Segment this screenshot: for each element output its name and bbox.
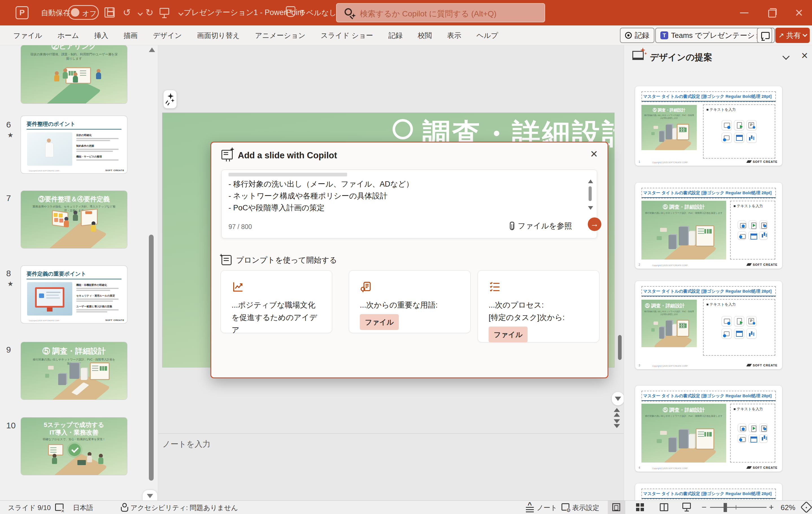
language-indicator[interactable]: 日本語: [73, 503, 93, 512]
zoom-slider-thumb[interactable]: [724, 503, 727, 512]
tab-help[interactable]: ヘルプ: [469, 31, 506, 40]
textarea-scroll-up-icon[interactable]: [588, 180, 593, 183]
tab-view[interactable]: 表示: [439, 31, 469, 40]
dialog-close-icon[interactable]: ×: [587, 147, 601, 161]
slide-thumbnail-8[interactable]: 要件定義の重要ポイント 機能・非機能要件の明確化 セキュリティ・運用ルールの策定…: [21, 266, 127, 323]
notes-toggle[interactable]: ノート: [536, 503, 557, 512]
previous-slide-icon[interactable]: [614, 408, 620, 412]
insert-smartart-icon[interactable]: [734, 316, 744, 326]
tab-transitions[interactable]: 画面切り替え: [190, 31, 248, 40]
insert-chart-icon[interactable]: [759, 434, 768, 443]
insert-picture-icon[interactable]: [738, 220, 746, 229]
insert-stock-icon[interactable]: [759, 424, 768, 432]
start-presentation-icon[interactable]: [160, 8, 169, 15]
restore-button[interactable]: [766, 7, 778, 19]
tab-review[interactable]: 校閲: [410, 31, 439, 40]
search-input[interactable]: 検索するか Copilot に質問する (Alt+Q): [336, 3, 545, 22]
tab-record[interactable]: 記録: [381, 31, 410, 40]
textarea-scrollbar[interactable]: [588, 186, 592, 201]
tab-design[interactable]: デザイン: [145, 31, 190, 40]
notes-input[interactable]: ノートを入力: [163, 439, 210, 450]
slideshow-button[interactable]: [678, 501, 695, 514]
insert-table-icon[interactable]: [749, 434, 757, 443]
slide-thumbnail-6[interactable]: 要件整理のポイント 目的の明確化 制約条件の把握 機能・サービスの整理 Copy…: [21, 116, 127, 173]
prompt-card-process[interactable]: ...次のプロセス: [特定のタスク]次から: ファイル: [477, 270, 599, 342]
thumbnails-scroll-down-icon[interactable]: [143, 490, 157, 501]
insert-smartart-icon[interactable]: [749, 220, 757, 229]
insert-picture-icon[interactable]: [722, 316, 732, 326]
design-suggestion-card[interactable]: マスター タイトルの書式設定 [游ゴシック Regular Bold処理 28p…: [635, 183, 782, 269]
slide-thumbnail-10[interactable]: 5ステップで成功する IT導入・業務改善 明確なプロセスで、安心・効果的な変革を…: [21, 417, 127, 475]
design-suggestion-card[interactable]: マスター タイトルの書式設定 [游ゴシック Regular Bold処理 28p…: [635, 281, 782, 369]
insert-chart-icon[interactable]: [747, 328, 757, 339]
insert-smartart-icon[interactable]: [749, 424, 757, 432]
design-suggestion-card[interactable]: マスター タイトルの書式設定 [游ゴシック Regular Bold処理 28p…: [635, 484, 782, 501]
insert-video-icon[interactable]: [738, 231, 746, 240]
tab-slideshow[interactable]: スライド ショー: [313, 31, 381, 40]
insert-video-icon[interactable]: [722, 328, 732, 339]
prompt-card-key-terms[interactable]: ...次からの重要な用語: ファイル: [349, 270, 470, 333]
zoom-in-button[interactable]: +: [769, 503, 774, 512]
save-icon[interactable]: [105, 7, 115, 18]
record-button[interactable]: 記録: [620, 28, 655, 43]
comments-button[interactable]: [757, 28, 772, 43]
design-suggestion-card[interactable]: マスター タイトルの書式設定 [游ゴシック Regular Bold処理 28p…: [635, 86, 782, 166]
panel-chevron-down-icon[interactable]: [782, 53, 789, 60]
editor-scroll-down-icon[interactable]: [612, 392, 624, 405]
insert-smartart-icon[interactable]: [734, 120, 744, 130]
spellcheck-icon[interactable]: [55, 504, 63, 511]
insert-stock-icon[interactable]: [747, 120, 757, 130]
slide-sorter-button[interactable]: [632, 501, 649, 514]
prompt-card-culture-ideas[interactable]: ...ポジティブな職場文化を促進するためのアイデア: [221, 270, 332, 333]
zoom-level[interactable]: 62%: [781, 503, 795, 512]
slide-indicator[interactable]: スライド 9/10: [8, 503, 51, 512]
insert-stock-icon[interactable]: [747, 316, 757, 326]
redo-icon[interactable]: ↻: [145, 7, 154, 18]
fit-slide-to-window-icon[interactable]: [801, 501, 812, 513]
slide-thumbnail-9[interactable]: ⑤ 調査・詳細設計 移行対象の洗い出しやネットワーク設計、PoC・段階導入計画を…: [21, 342, 127, 400]
share-button[interactable]: ↗ 共有: [775, 28, 810, 43]
tab-draw[interactable]: 描画: [116, 31, 145, 40]
insert-stock-icon[interactable]: [759, 220, 768, 229]
reading-view-button[interactable]: [655, 501, 673, 514]
panel-close-icon[interactable]: ×: [801, 49, 808, 62]
insert-chart-icon[interactable]: [759, 231, 768, 240]
design-suggestion-card[interactable]: マスター タイトルの書式設定 [游ゴシック Regular Bold処理 28p…: [635, 386, 782, 471]
tab-insert[interactable]: 挿入: [87, 31, 116, 40]
minimize-button[interactable]: [738, 7, 750, 19]
insert-video-icon[interactable]: [722, 133, 732, 143]
autosave-toggle[interactable]: オフ: [68, 5, 99, 20]
zoom-slider-track[interactable]: [710, 507, 766, 508]
insert-table-icon[interactable]: [734, 328, 744, 339]
insert-picture-icon[interactable]: [738, 424, 746, 432]
next-slide-icon[interactable]: [614, 419, 620, 423]
accessibility-status[interactable]: アクセシビリティ: 問題ありません: [130, 503, 238, 512]
copilot-floating-button[interactable]: [163, 90, 177, 109]
insert-table-icon[interactable]: [734, 133, 744, 143]
thumbnails-scroll-up-icon[interactable]: [149, 48, 155, 52]
quick-access-chevron-icon[interactable]: [178, 11, 183, 15]
prompt-textarea[interactable]: - 移行対象の洗い出し（メール、ファイル、ADなど） - ネットワーク構成や各種…: [222, 170, 597, 238]
undo-icon[interactable]: ↺: [123, 7, 131, 18]
notes-divider[interactable]: [158, 433, 624, 434]
undo-chevron-icon[interactable]: [138, 11, 142, 15]
insert-table-icon[interactable]: [749, 231, 757, 240]
browse-files-button[interactable]: ファイルを参照: [510, 221, 572, 231]
thumbnails-scrollbar[interactable]: [149, 235, 154, 481]
slide-thumbnail-5[interactable]: ②ヒアリング 現状の業務やIT環境、課題・制約、利用部門やユーザー層を深掘りしま…: [21, 45, 127, 104]
textarea-scroll-down-icon[interactable]: [588, 206, 593, 210]
display-settings[interactable]: 表示設定: [572, 503, 599, 512]
tab-animations[interactable]: アニメーション: [248, 31, 313, 40]
slide-thumbnail-7[interactable]: ③要件整理＆④要件定義 業務改善やコラボ強化、セキュリティ方針、導入ステップなど…: [21, 191, 127, 248]
tab-home[interactable]: ホーム: [50, 31, 86, 40]
insert-video-icon[interactable]: [738, 434, 746, 443]
insert-picture-icon[interactable]: [722, 120, 732, 130]
zoom-out-button[interactable]: −: [702, 503, 707, 512]
normal-view-button[interactable]: [608, 501, 625, 514]
send-button[interactable]: →: [588, 217, 601, 231]
tab-file[interactable]: ファイル: [6, 31, 50, 40]
insert-chart-icon[interactable]: [747, 133, 757, 143]
editor-scrollbar[interactable]: [618, 335, 621, 360]
sensitivity-shield-icon[interactable]: ?: [286, 6, 295, 17]
powerpoint-logo-icon[interactable]: P: [16, 6, 29, 19]
